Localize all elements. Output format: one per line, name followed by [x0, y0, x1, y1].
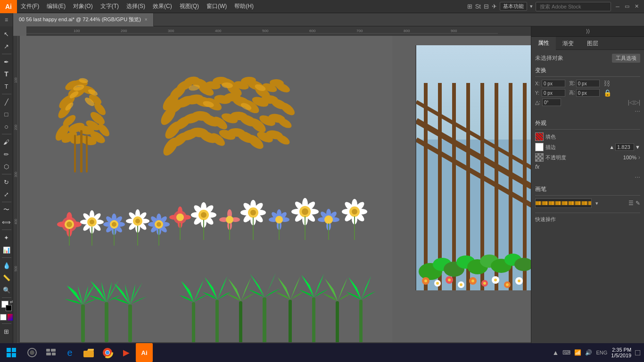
- color-selector[interactable]: ⇄: [1, 301, 12, 311]
- pencil-tool[interactable]: ✏: [1, 148, 12, 160]
- stock-search-input[interactable]: [536, 2, 611, 11]
- menu-object[interactable]: 对象(O): [69, 0, 96, 13]
- svg-point-165: [176, 214, 184, 221]
- svg-text:500: 500: [14, 266, 17, 272]
- ai-logo[interactable]: Ai: [0, 0, 17, 13]
- menu-select[interactable]: 选择(S): [123, 0, 149, 13]
- rotate-tool[interactable]: ↻: [1, 176, 12, 188]
- brush-preview-box[interactable]: [535, 198, 592, 208]
- more-icon[interactable]: ···: [635, 107, 640, 115]
- svg-text:500: 500: [262, 29, 269, 33]
- workspace-dropdown-icon[interactable]: ▾: [530, 3, 533, 9]
- panel-collapse-icon[interactable]: ⟩⟩: [586, 28, 590, 34]
- arrange-icon[interactable]: ⊞: [467, 3, 472, 10]
- w-field: 宽:: [569, 80, 600, 87]
- menu-text[interactable]: 文字(T): [97, 0, 123, 13]
- ruler-vertical: 100 200 300 400 500: [13, 36, 20, 349]
- menu-view[interactable]: 视图(Q): [176, 0, 203, 13]
- brush-options-icon[interactable]: ☰: [628, 200, 634, 206]
- eyedropper-tool[interactable]: 💧: [1, 260, 12, 271]
- h-input[interactable]: [576, 89, 600, 97]
- symbol-sprayer-tool[interactable]: ✦: [1, 232, 12, 243]
- rect-tool[interactable]: □: [1, 108, 12, 120]
- media-icon[interactable]: ▶: [117, 343, 136, 362]
- gradient-btn[interactable]: [8, 314, 13, 321]
- y-input[interactable]: [542, 89, 565, 97]
- workspace-selector[interactable]: 基本功能: [500, 2, 527, 11]
- direct-select-tool[interactable]: ↗: [1, 41, 12, 52]
- appearance-label: 外观: [535, 119, 640, 130]
- edge-icon[interactable]: e: [60, 343, 79, 362]
- tab-expand-icon[interactable]: ≡: [0, 13, 13, 26]
- stroke-down-btn[interactable]: ▼: [635, 144, 640, 150]
- menu-edit[interactable]: 编辑(E): [43, 0, 69, 13]
- share-icon[interactable]: ✈: [492, 3, 497, 10]
- link-proportions-icon[interactable]: ⛓: [603, 80, 610, 87]
- more-appearance-icon[interactable]: ···: [635, 173, 640, 181]
- angle-input[interactable]: [542, 99, 561, 106]
- w-input[interactable]: [576, 80, 600, 87]
- more-transform-btn[interactable]: ···: [535, 107, 640, 115]
- svg-line-245: [416, 121, 531, 187]
- menu-file[interactable]: 文件(F): [17, 0, 43, 13]
- menu-help[interactable]: 帮助(H): [231, 0, 257, 13]
- measure-tool[interactable]: 📏: [1, 272, 12, 283]
- more-appearance-btn[interactable]: ···: [535, 173, 640, 181]
- opacity-arrow-icon[interactable]: ›: [638, 154, 640, 161]
- shaper-tool[interactable]: ⬡: [1, 161, 12, 172]
- scale-tool[interactable]: ⤢: [1, 189, 12, 200]
- task-view-icon[interactable]: [41, 343, 60, 362]
- tab-gradient[interactable]: 渐变: [556, 37, 580, 50]
- canvas-area[interactable]: 100 200 300 400 500 600 700 800 900 100 …: [13, 26, 531, 349]
- maximize-button[interactable]: ▭: [623, 3, 631, 10]
- align-left-icon[interactable]: |◁: [628, 99, 634, 106]
- pen-tool[interactable]: ✒: [1, 56, 12, 67]
- start-button[interactable]: [0, 343, 23, 362]
- type-tool[interactable]: T: [1, 68, 12, 80]
- fill-no-color-icon[interactable]: [535, 132, 544, 141]
- canvas-viewport[interactable]: [20, 36, 531, 349]
- warp-tool[interactable]: 〜: [1, 204, 12, 215]
- tab-close-button[interactable]: ×: [145, 17, 148, 22]
- stroke-color-box[interactable]: [6, 305, 12, 311]
- chrome-icon[interactable]: [98, 343, 117, 362]
- artboard-tool[interactable]: ⊞: [1, 326, 12, 337]
- column-graph-tool[interactable]: 📊: [1, 244, 12, 255]
- document-tab[interactable]: 00 56 last happy end.ai* @ 72.44% (RGB/G…: [13, 13, 154, 26]
- menu-window[interactable]: 窗口(W): [203, 0, 231, 13]
- taskbar-network-icon[interactable]: 📶: [574, 349, 581, 356]
- stock-icon[interactable]: St: [475, 3, 481, 10]
- brush-edit-icon[interactable]: ✎: [636, 200, 640, 206]
- paintbrush-tool[interactable]: 🖌: [1, 136, 12, 148]
- tab-properties[interactable]: 属性: [531, 37, 556, 50]
- brush-dropdown-icon[interactable]: ▾: [595, 200, 598, 206]
- stroke-up-btn[interactable]: ▲: [609, 144, 614, 150]
- close-button[interactable]: ✕: [633, 3, 640, 10]
- taskbar-keyboard-icon[interactable]: ⌨: [562, 349, 570, 356]
- touch-type-tool[interactable]: T: [1, 81, 12, 92]
- select-tool[interactable]: ↖: [1, 28, 12, 40]
- stroke-color-swatch[interactable]: [535, 143, 544, 151]
- line-tool[interactable]: ╱: [1, 96, 12, 107]
- no-color-btn[interactable]: [0, 314, 7, 321]
- tab-layers[interactable]: 图层: [580, 37, 605, 50]
- grid-icon[interactable]: ⊟: [484, 3, 489, 10]
- taskbar-clock[interactable]: 2:35 PM 1/5/2019: [611, 347, 631, 358]
- taskbar-volume-icon[interactable]: 🔊: [585, 349, 592, 356]
- tool-options-button[interactable]: 工具选项: [612, 54, 640, 63]
- zoom-tool[interactable]: 🔍: [1, 284, 12, 296]
- notifications-icon[interactable]: □: [635, 348, 640, 358]
- cortana-icon[interactable]: [23, 343, 41, 362]
- x-input[interactable]: [542, 80, 565, 87]
- menu-effect[interactable]: 效果(C): [149, 0, 176, 13]
- ellipse-tool[interactable]: ○: [1, 121, 12, 132]
- file-explorer-icon[interactable]: [79, 343, 98, 362]
- swap-colors-icon[interactable]: ⇄: [10, 299, 14, 304]
- lock-icon[interactable]: 🔒: [603, 89, 611, 97]
- align-right-icon[interactable]: ▷|: [635, 99, 640, 106]
- stroke-value-input[interactable]: [615, 143, 634, 151]
- taskbar-arrow-up-icon[interactable]: ▲: [553, 349, 559, 356]
- width-tool[interactable]: ⟺: [1, 216, 12, 228]
- illustrator-taskbar-icon[interactable]: Ai: [136, 343, 153, 362]
- minimize-button[interactable]: ─: [614, 3, 621, 10]
